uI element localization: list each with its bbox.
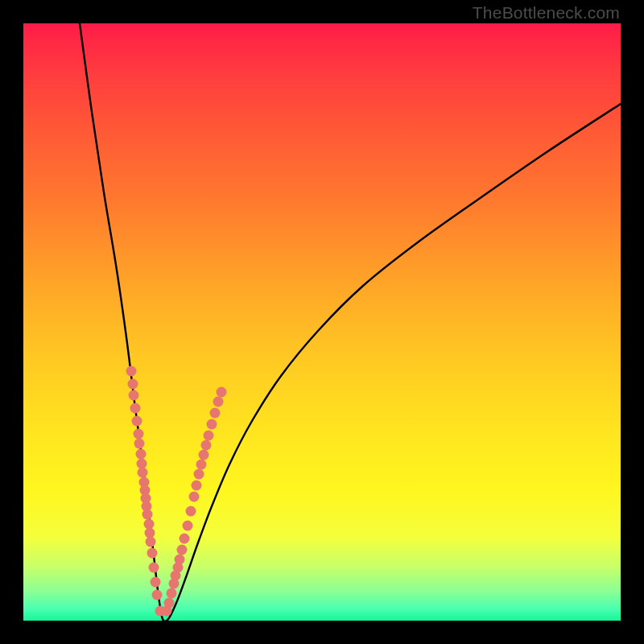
chart-frame: TheBottleneck.com: [0, 0, 644, 644]
sample-dot: [144, 519, 155, 530]
sample-dot: [210, 408, 221, 419]
sample-dot: [137, 459, 147, 469]
sample-dot: [217, 387, 227, 398]
sample-dot: [201, 440, 212, 451]
sample-dot: [192, 481, 202, 491]
sample-dot: [142, 510, 153, 520]
sample-dot: [164, 598, 175, 609]
plot-area: [23, 23, 621, 621]
sample-dot: [134, 439, 145, 449]
sample-dot: [207, 419, 217, 430]
sample-dot: [145, 528, 155, 539]
sample-dot: [146, 537, 156, 547]
sample-dot: [177, 545, 188, 555]
sample-dot: [149, 563, 159, 573]
sample-dot: [189, 492, 200, 502]
sample-dot: [186, 506, 196, 517]
sample-dot: [183, 521, 193, 531]
sample-dot: [128, 379, 138, 390]
sample-dot: [180, 534, 190, 544]
sample-dot: [196, 460, 207, 470]
attribution-label: TheBottleneck.com: [473, 3, 620, 23]
sample-dot: [138, 468, 148, 478]
bottleneck-curve: [80, 23, 621, 621]
sample-dot: [147, 548, 158, 559]
sample-dot: [129, 390, 139, 401]
sample-dots-group: [126, 366, 227, 617]
sample-dot: [199, 450, 209, 460]
sample-dot: [130, 403, 141, 414]
sample-dot: [152, 590, 163, 601]
sample-dot: [175, 555, 185, 565]
sample-dot: [132, 416, 142, 427]
sample-dot: [204, 431, 214, 441]
sample-dot: [126, 366, 137, 377]
sample-dot: [134, 429, 144, 440]
curve-layer: [23, 23, 621, 621]
sample-dot: [136, 449, 147, 460]
sample-dot: [167, 588, 177, 599]
sample-dot: [151, 577, 161, 588]
sample-dot: [213, 397, 224, 407]
sample-dot: [194, 469, 204, 480]
